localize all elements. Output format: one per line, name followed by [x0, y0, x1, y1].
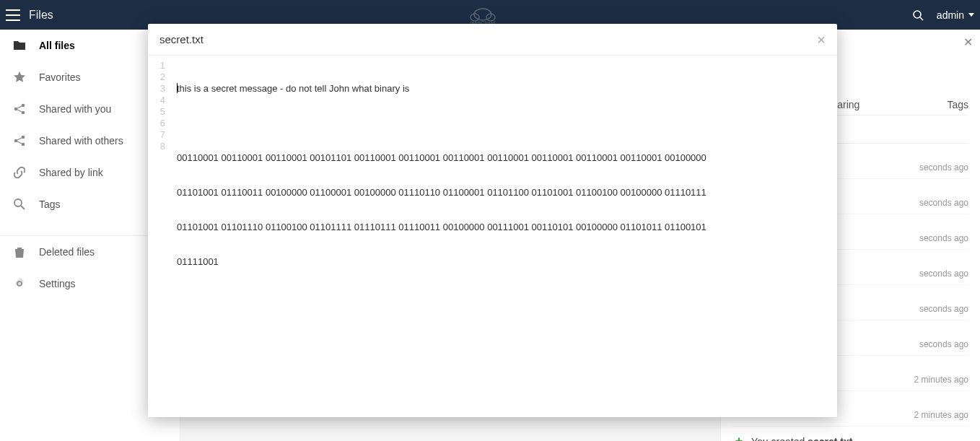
code-line: [177, 326, 831, 337]
user-menu[interactable]: admin: [937, 9, 974, 21]
close-icon[interactable]: ×: [817, 32, 826, 47]
modal-filename: secret.txt: [159, 33, 204, 45]
code-line: this is a secret message - do not tell J…: [177, 83, 831, 95]
code-line: 01111001: [177, 256, 831, 268]
plus-icon: +: [732, 434, 745, 441]
sidebar-item-label: Settings: [39, 278, 76, 289]
svg-point-7: [22, 104, 25, 108]
svg-line-5: [920, 17, 923, 20]
sidebar-item-label: Deleted files: [39, 246, 95, 258]
caret-down-icon: [968, 13, 974, 17]
hamburger-icon[interactable]: [6, 8, 20, 22]
activity-created: + You created secret.txt: [732, 427, 968, 441]
share-icon: [12, 101, 27, 117]
svg-point-9: [14, 139, 18, 143]
star-icon: [12, 69, 27, 85]
svg-point-10: [22, 136, 25, 139]
line-gutter: 12345678: [148, 56, 171, 417]
share-icon: [12, 133, 27, 149]
tab-tags[interactable]: Tags: [947, 99, 968, 110]
folder-icon: [12, 38, 27, 53]
sidebar-item-label: Shared with you: [39, 103, 111, 115]
modal-header: secret.txt ×: [148, 24, 837, 56]
user-name: admin: [937, 9, 964, 21]
sidebar-item-label: Tags: [39, 198, 61, 210]
code-line: 01101001 01101110 01100100 01101111 0111…: [177, 222, 831, 233]
search-icon[interactable]: [912, 9, 924, 21]
close-icon[interactable]: ✕: [963, 35, 973, 49]
app-name: Files: [29, 9, 53, 22]
svg-point-8: [22, 111, 25, 115]
code-content[interactable]: this is a secret message - do not tell J…: [171, 56, 837, 417]
code-line: 00110001 00110001 00110001 00101101 0011…: [177, 152, 831, 164]
sidebar-item-label: All files: [39, 40, 75, 51]
sidebar-item-label: Shared by link: [39, 167, 103, 178]
svg-point-4: [914, 11, 921, 18]
code-line: [177, 291, 831, 302]
gear-icon: [12, 276, 27, 292]
svg-point-11: [22, 143, 25, 147]
trash-icon: [12, 244, 27, 260]
svg-point-6: [14, 108, 18, 111]
brand-logo: ownCloud: [53, 4, 912, 26]
sidebar-item-label: Shared with others: [39, 135, 123, 147]
sidebar-item-label: Favorites: [39, 71, 81, 83]
svg-line-13: [21, 206, 25, 209]
search-icon: [12, 196, 27, 212]
code-line: 01101001 01110011 00100000 01100001 0010…: [177, 187, 831, 198]
code-editor[interactable]: 12345678 this is a secret message - do n…: [148, 56, 837, 417]
svg-point-12: [14, 199, 22, 206]
link-icon: [12, 165, 27, 180]
text-editor-modal: secret.txt × 12345678 this is a secret m…: [148, 24, 837, 417]
code-line: [177, 118, 831, 129]
